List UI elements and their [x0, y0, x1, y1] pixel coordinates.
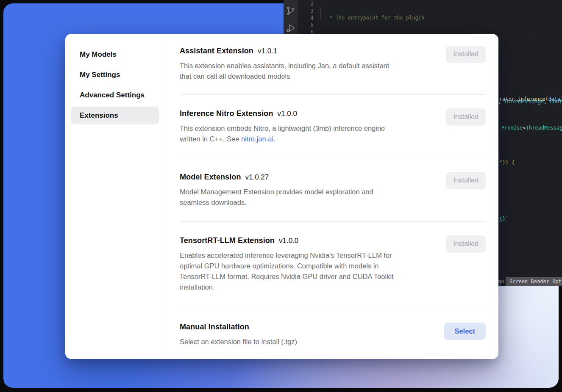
extension-header: TensortRT-LLM Extension v1.0.0	[180, 236, 486, 245]
code-token: `	[505, 216, 508, 222]
installed-button[interactable]: Installed	[446, 235, 486, 252]
extension-row-manual-installation: Manual Installation Select an extension …	[180, 308, 486, 347]
installed-button[interactable]: Installed	[446, 108, 486, 125]
code-fragment: rator.inference(data));	[499, 96, 562, 102]
run-and-debug-icon[interactable]	[286, 23, 296, 33]
settings-sidebar: My Models My Settings Advanced Settings …	[65, 34, 165, 359]
code-fragment: ")) {	[499, 160, 515, 166]
line-number: 5	[298, 22, 314, 29]
extension-description: Model Management Extension provides mode…	[180, 187, 431, 208]
extension-row-model: Model Extension v1.0.27 Model Management…	[180, 158, 486, 222]
code-token: data	[548, 96, 561, 102]
extension-header: Assistant Extension v1.0.1	[180, 47, 486, 55]
installed-button[interactable]: Installed	[446, 172, 486, 189]
extension-header: Inference Nitro Extension v1.0.0	[180, 109, 486, 118]
installed-button[interactable]: Installed	[446, 46, 486, 63]
sidebar-item-label: Advanced Settings	[80, 91, 145, 99]
extension-name: Assistant Extension	[180, 47, 253, 55]
source-control-icon[interactable]	[286, 6, 296, 16]
sidebar-item-advanced-settings[interactable]: Advanced Settings	[71, 86, 159, 104]
status-screen-reader-item[interactable]: Screen Reader Optimiz	[506, 277, 562, 286]
code-token: ))	[502, 160, 508, 166]
extension-description: Enables accelerated inference leveraging…	[180, 250, 431, 293]
line-number: 2	[298, 0, 314, 8]
extension-name: Inference Nitro Extension	[180, 109, 273, 118]
extension-row-tensorrt-llm: TensortRT-LLM Extension v1.0.0 Enables a…	[180, 222, 486, 308]
sidebar-item-extensions[interactable]: Extensions	[71, 107, 159, 124]
status-text: go	[498, 277, 504, 286]
settings-panel: My Models My Settings Advanced Settings …	[65, 34, 498, 359]
code-token: ))	[561, 96, 562, 102]
line-number: 3	[298, 8, 314, 15]
code-token: Promise	[501, 125, 523, 131]
extension-header: Model Extension v1.0.27	[180, 173, 486, 182]
extension-description: This extension embeds Nitro, a lightweig…	[180, 123, 431, 144]
extension-name: Manual Installation	[180, 323, 249, 331]
sidebar-item-my-settings[interactable]: My Settings	[71, 66, 159, 84]
screenshot-root: 2 3 4 5 6 * The entrypoint for the plugi…	[0, 0, 562, 392]
extension-version: v1.0.0	[279, 237, 298, 245]
sidebar-item-label: Extensions	[80, 111, 118, 119]
select-button[interactable]: Select	[444, 323, 486, 340]
code-token: t}	[499, 216, 505, 222]
extension-version: v1.0.1	[258, 47, 277, 55]
sidebar-item-label: My Models	[80, 50, 117, 58]
extensions-list: Assistant Extension v1.0.1 This extensio…	[165, 34, 498, 359]
extension-description: Select an extension file to install (.tg…	[180, 337, 431, 347]
description-text: This extension embeds Nitro, a lightweig…	[180, 124, 385, 143]
code-token: ThreadMessage	[526, 125, 562, 131]
cursor-caret	[320, 9, 320, 19]
extension-version: v1.0.0	[278, 110, 297, 118]
sidebar-item-label: My Settings	[80, 71, 120, 79]
line-number-gutter: 2 3 4 5 6	[298, 0, 314, 36]
code-token: (	[545, 96, 548, 102]
code-token: <	[523, 125, 526, 131]
extension-header: Manual Installation	[180, 323, 486, 331]
code-token: {	[509, 160, 515, 166]
line-number: 4	[298, 14, 314, 22]
code-fragment: Promise<ThreadMessage>	[501, 125, 562, 131]
extension-name: TensortRT-LLM Extension	[180, 236, 275, 245]
extension-version: v1.0.27	[245, 173, 269, 182]
code-line: * The entrypoint for the plugin.	[326, 14, 562, 22]
code-token: * The entrypoint for the plugin.	[326, 15, 427, 21]
extension-row-inference-nitro: Inference Nitro Extension v1.0.0 This ex…	[180, 95, 486, 158]
code-token: rator	[499, 96, 515, 102]
code-token: inference	[517, 96, 545, 102]
extension-row-assistant: Assistant Extension v1.0.1 This extensio…	[180, 34, 486, 95]
extension-description: This extension enables assistants, inclu…	[180, 61, 431, 82]
code-fragment: t}`	[499, 216, 509, 222]
sidebar-item-my-models[interactable]: My Models	[71, 46, 159, 63]
extension-name: Model Extension	[180, 173, 241, 182]
nitro-jan-ai-link[interactable]: nitro.jan.ai.	[241, 135, 275, 143]
